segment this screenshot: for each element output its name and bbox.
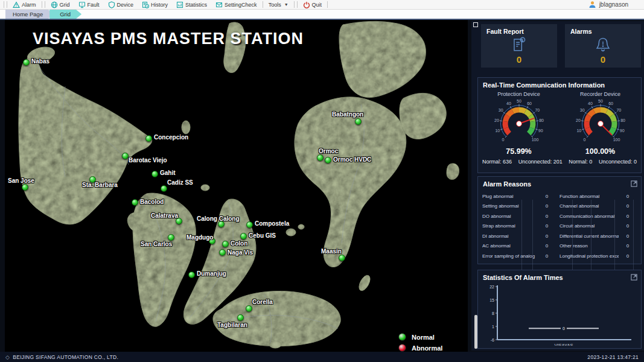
collapse-sidebar-button[interactable] bbox=[473, 22, 478, 27]
station-marker-dumanjug[interactable] bbox=[188, 272, 195, 278]
svg-text:15: 15 bbox=[489, 298, 494, 302]
station-label: Barotac Viejo bbox=[129, 157, 167, 164]
svg-text:100: 100 bbox=[613, 138, 620, 142]
tab-grid[interactable]: Grid bbox=[49, 10, 81, 19]
station-label: Cebu GIS bbox=[249, 232, 276, 239]
station-marker-cebu-gis[interactable] bbox=[240, 233, 247, 240]
toolbar-separator bbox=[327, 1, 328, 8]
comm-stat: Normal: 0 bbox=[569, 159, 592, 165]
alarm-reason-row: Other reason0 bbox=[560, 241, 637, 252]
fault-report-document-icon bbox=[510, 36, 528, 54]
alarm-reason-row: Circuit abnormal0 bbox=[560, 221, 637, 232]
globe-icon bbox=[51, 1, 58, 8]
station-label: Maasin bbox=[321, 248, 342, 255]
svg-text:20: 20 bbox=[576, 118, 581, 122]
svg-text:70: 70 bbox=[616, 108, 621, 112]
status-bar: ◇ BEIJING SIFANG AUTOMATION CO., LTD. 20… bbox=[0, 352, 644, 362]
power-icon bbox=[303, 1, 310, 8]
svg-text:22: 22 bbox=[489, 285, 494, 289]
company-logo-icon: ◇ bbox=[5, 354, 10, 360]
toolbar-separator bbox=[263, 1, 263, 8]
station-label: Calatrava bbox=[151, 212, 178, 219]
alarms-card[interactable]: Alarms 0 bbox=[565, 24, 641, 68]
expand-alarm-reasons-button[interactable] bbox=[631, 180, 637, 187]
tab-home-page[interactable]: Home Page bbox=[5, 10, 54, 19]
station-label: Cadiz SS bbox=[167, 179, 193, 186]
quit-button[interactable]: Quit bbox=[299, 1, 327, 9]
alarms-count: 0 bbox=[565, 54, 641, 65]
fault-report-card[interactable]: Fault Report 0 bbox=[481, 24, 557, 68]
svg-text:50: 50 bbox=[598, 99, 603, 103]
station-label: Dumanjug bbox=[197, 270, 226, 277]
gauge-row: Protection Device01020304050607080901007… bbox=[478, 90, 641, 156]
alarm-reason-row: DO abnormal0 bbox=[482, 211, 556, 221]
station-marker-colon[interactable] bbox=[222, 241, 229, 247]
station-marker-naga-vis[interactable] bbox=[219, 249, 226, 256]
legend-normal: Normal bbox=[398, 333, 435, 341]
fault-button[interactable]: Fault bbox=[74, 1, 104, 9]
toolbar: Alarm Grid Fault Device History Statisti… bbox=[0, 0, 644, 10]
station-label: Babatngon bbox=[332, 111, 363, 118]
tools-button[interactable]: Tools ▼ bbox=[264, 1, 293, 9]
station-marker-ormoc-hvdc[interactable] bbox=[325, 157, 331, 164]
svg-text:60: 60 bbox=[527, 101, 532, 106]
svg-text:0: 0 bbox=[502, 138, 504, 142]
svg-text:80: 80 bbox=[620, 118, 625, 122]
alarm-statistics-title: Statistics Of Alarm Times bbox=[478, 270, 641, 281]
pms-master-station-window: Alarm Grid Fault Device History Statisti… bbox=[0, 0, 644, 362]
toolbar-separator bbox=[42, 1, 42, 8]
station-marker-san-jose[interactable] bbox=[22, 184, 28, 191]
map-canvas[interactable]: VISAYAS PMS MASTER STATION NabasConcepci… bbox=[5, 20, 468, 352]
history-button[interactable]: History bbox=[138, 1, 172, 9]
station-marker-babatngon[interactable] bbox=[355, 118, 362, 125]
visayas-islands-map bbox=[5, 20, 468, 352]
station-marker-ormoc[interactable] bbox=[317, 154, 324, 161]
station-label: Colon bbox=[231, 240, 247, 247]
shield-icon bbox=[108, 1, 115, 8]
gauge-protection-device: Protection Device01020304050607080901007… bbox=[481, 90, 557, 156]
toolbar-separator bbox=[4, 1, 4, 8]
station-label: Concepcion bbox=[154, 134, 188, 141]
svg-text:50: 50 bbox=[517, 99, 521, 103]
station-label: Tagbilaran bbox=[217, 322, 247, 328]
station-label: Corella bbox=[252, 299, 273, 305]
alarm-reason-row: Plug abnormal0 bbox=[482, 191, 556, 202]
comm-stat: Unconnected: 0 bbox=[599, 159, 637, 165]
statistics-button[interactable]: Statistics bbox=[172, 1, 211, 9]
station-marker-tagbilaran[interactable] bbox=[237, 314, 244, 321]
alarm-button[interactable]: Alarm bbox=[8, 1, 40, 9]
dropdown-caret-icon: ▼ bbox=[284, 2, 289, 7]
svg-text:8: 8 bbox=[492, 311, 494, 316]
gauge-recorder-device: Recorder Device0102030405060708090100100… bbox=[563, 90, 639, 156]
station-marker-bacolod[interactable] bbox=[132, 199, 138, 206]
alarm-reason-row: AC abnormal0 bbox=[482, 241, 556, 252]
sidebar-scrollbar[interactable] bbox=[474, 315, 477, 349]
toolbar-separator bbox=[7, 1, 7, 8]
bar-chart-icon bbox=[176, 1, 183, 8]
svg-text:-6: -6 bbox=[491, 338, 494, 342]
svg-text:0: 0 bbox=[563, 326, 565, 331]
clock-timestamp: 2023-12-21 13:47:21 bbox=[587, 354, 639, 360]
setting-check-button[interactable]: SettingCheck bbox=[211, 1, 261, 9]
station-label: Bacolod bbox=[140, 198, 164, 205]
station-marker-concepcion[interactable] bbox=[145, 135, 152, 142]
station-marker-cadiz-ss[interactable] bbox=[161, 185, 167, 192]
station-marker-maasin[interactable] bbox=[339, 255, 345, 261]
station-marker-gahit[interactable] bbox=[151, 171, 158, 177]
station-marker-barotac-viejo[interactable] bbox=[122, 153, 129, 159]
svg-text:1: 1 bbox=[492, 325, 494, 329]
station-marker-san-carlos[interactable] bbox=[168, 234, 174, 241]
expand-alarm-statistics-button[interactable] bbox=[631, 274, 637, 281]
station-marker-corella[interactable] bbox=[246, 305, 252, 312]
abnormal-status-icon bbox=[398, 344, 406, 352]
alarm-reason-row: Setting abnormal0 bbox=[482, 202, 556, 212]
alarm-reasons-panel: Alarm Reasons Plug abnormal0Setting abno… bbox=[477, 176, 642, 264]
sidebar: Fault Report 0 Alarms bbox=[471, 21, 644, 351]
svg-text:40: 40 bbox=[588, 101, 593, 106]
user-menu[interactable]: jblagnason bbox=[588, 1, 628, 8]
station-marker-nabas[interactable] bbox=[23, 59, 30, 66]
svg-text:30: 30 bbox=[498, 108, 503, 112]
grid-button[interactable]: Grid bbox=[46, 1, 74, 9]
station-marker-compostela[interactable] bbox=[246, 221, 253, 228]
device-button[interactable]: Device bbox=[104, 1, 138, 9]
